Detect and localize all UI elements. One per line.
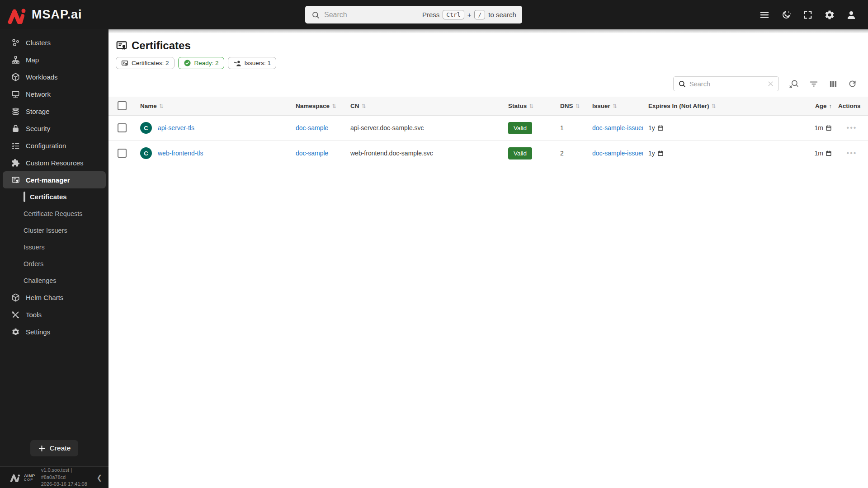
certificate-name-link[interactable]: web-frontend-tls (158, 150, 203, 157)
calendar-icon (826, 150, 832, 156)
settings-gear-icon[interactable] (824, 9, 835, 21)
sidebar-subitem-orders[interactable]: Orders (0, 255, 108, 272)
column-header-name[interactable]: Name⇅ (135, 97, 290, 115)
sidebar-item-configuration[interactable]: Configuration (0, 137, 108, 154)
global-search-input[interactable] (324, 11, 418, 19)
brand-name: MSAP.ai (32, 8, 82, 22)
workloads-icon (11, 73, 20, 81)
age-cell: 1m (801, 115, 835, 141)
sidebar-subitem-challenges[interactable]: Challenges (0, 272, 108, 289)
sort-ascending-icon: ↑ (829, 103, 832, 109)
sort-icon: ⇅ (332, 103, 336, 109)
sort-icon: ⇅ (576, 103, 580, 109)
sidebar-item-network[interactable]: Network (0, 85, 108, 103)
sort-icon: ⇅ (362, 103, 366, 109)
table-search-input[interactable] (689, 80, 764, 88)
sidebar-item-clusters[interactable]: Clusters (0, 34, 108, 51)
tools-icon (11, 310, 20, 319)
active-indicator-bar (24, 192, 25, 202)
footer-timestamp: 2026-03-16 17:41:08 (41, 481, 87, 487)
footer-brand: AINP COP (24, 474, 35, 481)
fullscreen-icon[interactable] (802, 9, 814, 21)
row-actions-menu-icon[interactable]: ••• (847, 124, 857, 131)
column-header-cn[interactable]: CN⇅ (345, 97, 503, 115)
issuers-count-chip: Issuers: 1 (228, 57, 277, 69)
sidebar-subitem-certificate-requests[interactable]: Certificate Requests (0, 205, 108, 222)
sidebar-item-storage[interactable]: Storage (0, 103, 108, 120)
sidebar-subitem-cluster-issuers[interactable]: Cluster Issuers (0, 222, 108, 239)
certificate-icon (11, 176, 20, 184)
filter-icon[interactable] (809, 79, 819, 89)
column-header-namespace[interactable]: Namespace⇅ (290, 97, 345, 115)
sidebar-item-tools[interactable]: Tools (0, 306, 108, 323)
column-header-expires[interactable]: Expires In (Not After)⇅ (643, 97, 801, 115)
namespace-link[interactable]: doc-sample (296, 150, 328, 157)
ready-count-chip: Ready: 2 (178, 57, 224, 69)
msap-logo-icon (7, 6, 27, 24)
sidebar-subitem-certificates[interactable]: Certificates (0, 188, 108, 205)
status-badge: Valid (508, 147, 532, 160)
search-icon (678, 80, 686, 88)
select-all-checkbox[interactable] (118, 101, 127, 110)
brand[interactable]: MSAP.ai (0, 6, 82, 24)
certificates-table: Name⇅ Namespace⇅ CN⇅ Status⇅ DNS⇅ Issuer… (108, 97, 868, 166)
status-badge: Valid (508, 122, 532, 134)
dns-cell: 2 (555, 141, 587, 166)
issuer-key-person-icon (233, 60, 241, 67)
expires-cell: 1y (643, 115, 801, 141)
column-header-status[interactable]: Status⇅ (503, 97, 555, 115)
plus-icon (38, 445, 46, 452)
sidebar-item-helm-charts[interactable]: Helm Charts (0, 289, 108, 306)
table-toolbar (108, 69, 868, 97)
collapse-sidebar-icon[interactable]: ❮ (95, 474, 103, 482)
issuer-link[interactable]: doc-sample-issuer (592, 150, 643, 157)
certificate-name-link[interactable]: api-server-tls (158, 124, 194, 131)
table-search[interactable] (673, 76, 779, 91)
menu-icon[interactable] (759, 9, 770, 21)
row-checkbox[interactable] (118, 149, 127, 158)
advanced-search-icon[interactable] (789, 79, 799, 89)
sidebar-item-map[interactable]: Map (0, 51, 108, 68)
namespace-link[interactable]: doc-sample (296, 124, 328, 131)
row-actions-menu-icon[interactable]: ••• (847, 149, 857, 157)
sidebar-item-settings[interactable]: Settings (0, 323, 108, 340)
refresh-icon[interactable] (848, 79, 857, 89)
expires-cell: 1y (643, 141, 801, 166)
lock-icon (11, 124, 20, 133)
slash-key: / (474, 10, 485, 19)
table-row[interactable]: C web-frontend-tls doc-sample web-fronte… (108, 141, 868, 166)
row-checkbox[interactable] (118, 123, 127, 132)
create-button[interactable]: Create (30, 440, 79, 456)
sidebar-subitem-issuers[interactable]: Issuers (0, 239, 108, 255)
age-cell: 1m (801, 141, 835, 166)
topbar: MSAP.ai Press Ctrl + / to search (0, 0, 868, 29)
sort-icon: ⇅ (613, 103, 617, 109)
issuer-link[interactable]: doc-sample-issuer (592, 124, 643, 131)
certificate-icon (121, 60, 128, 67)
sidebar-item-workloads[interactable]: Workloads (0, 68, 108, 85)
sidebar-item-custom-resources[interactable]: Custom Resources (0, 154, 108, 171)
sidebar-nav: Clusters Map Workloads Network Storage S (0, 29, 108, 340)
calendar-icon (657, 150, 664, 156)
sort-icon: ⇅ (159, 103, 164, 109)
page-title: Certificates (116, 39, 868, 52)
table-header-row: Name⇅ Namespace⇅ CN⇅ Status⇅ DNS⇅ Issuer… (108, 97, 868, 115)
cn-cell: api-server.doc-sample.svc (345, 115, 503, 141)
storage-icon (11, 107, 20, 116)
column-header-dns[interactable]: DNS⇅ (555, 97, 587, 115)
clear-search-icon[interactable] (767, 80, 774, 87)
summary-chips: Certificates: 2 Ready: 2 Issuers: 1 (116, 57, 868, 69)
column-header-issuer[interactable]: Issuer⇅ (587, 97, 643, 115)
columns-icon[interactable] (829, 80, 838, 89)
dark-mode-icon[interactable] (780, 9, 792, 21)
table-row[interactable]: C api-server-tls doc-sample api-server.d… (108, 115, 868, 141)
column-header-age[interactable]: Age↑ (801, 97, 835, 115)
checklist-icon (11, 141, 20, 150)
topbar-icons (759, 0, 857, 29)
dns-cell: 1 (555, 115, 587, 141)
global-search[interactable]: Press Ctrl + / to search (305, 6, 522, 23)
sidebar-item-cert-manager[interactable]: Cert-manager (3, 171, 106, 188)
user-icon[interactable] (845, 9, 857, 21)
footer-version: v1.0.soo.test | #8a0a78cd 2026-03-16 17:… (41, 467, 93, 488)
sidebar-item-security[interactable]: Security (0, 120, 108, 137)
